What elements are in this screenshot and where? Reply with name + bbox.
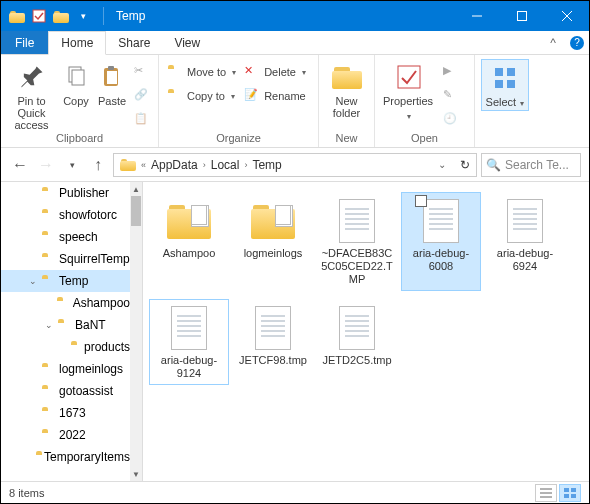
recent-locations-button[interactable]: ▾	[61, 154, 83, 176]
copy-to-button[interactable]: Copy to▾	[165, 85, 238, 107]
chevron-right-icon[interactable]: ›	[200, 160, 209, 170]
copy-button[interactable]: Copy	[60, 59, 92, 107]
open-button[interactable]: ▶	[441, 61, 461, 83]
collapse-ribbon-icon[interactable]: ^	[541, 31, 565, 54]
group-label: New	[319, 132, 374, 147]
tree-item[interactable]: Publisher	[1, 182, 130, 204]
file-icon	[417, 197, 465, 245]
edit-button[interactable]: ✎	[441, 85, 461, 107]
svg-rect-10	[398, 66, 420, 88]
svg-rect-13	[495, 80, 503, 88]
select-button[interactable]: Select ▾	[481, 59, 529, 111]
title-bar: ▾ Temp	[1, 1, 589, 31]
pin-to-quick-access-button[interactable]: Pin to Quick access	[7, 59, 56, 131]
item-label: aria-debug-9124	[152, 354, 226, 380]
copy-path-button[interactable]: 🔗	[132, 85, 152, 107]
address-bar[interactable]: « AppData › Local › Temp ⌄ ↻	[113, 153, 477, 177]
rename-button[interactable]: 📝Rename	[242, 85, 308, 107]
tree-item[interactable]: speech	[1, 226, 130, 248]
search-input[interactable]: 🔍 Search Te...	[481, 153, 581, 177]
qat-dropdown-icon[interactable]: ▾	[75, 8, 91, 24]
item-label: JETD2C5.tmp	[322, 354, 391, 367]
breadcrumb-segment[interactable]: Temp	[250, 158, 283, 172]
file-list[interactable]: Ashampoologmeinlogs~DFACEB83C5C05CED22.T…	[143, 182, 589, 481]
scrollbar[interactable]: ▲ ▼	[130, 182, 142, 481]
forward-button[interactable]: →	[35, 154, 57, 176]
item-label: JETCF98.tmp	[239, 354, 307, 367]
breadcrumb-segment[interactable]: AppData	[149, 158, 200, 172]
folder-item[interactable]: logmeinlogs	[233, 192, 313, 291]
ribbon-tabs: File Home Share View ^ ?	[1, 31, 589, 55]
file-item[interactable]: aria-debug-9124	[149, 299, 229, 385]
file-icon	[501, 197, 549, 245]
folder-icon	[41, 428, 57, 442]
back-button[interactable]: ←	[9, 154, 31, 176]
close-button[interactable]	[544, 1, 589, 31]
status-bar: 8 items	[1, 481, 589, 503]
file-item[interactable]: JETCF98.tmp	[233, 299, 313, 385]
svg-rect-14	[507, 80, 515, 88]
item-label: Ashampoo	[163, 247, 216, 260]
tree-item[interactable]: products	[1, 336, 130, 358]
tree-item[interactable]: TemporaryItems	[1, 446, 130, 468]
tree-item[interactable]: 2022	[1, 424, 130, 446]
minimize-button[interactable]	[454, 1, 499, 31]
folder-icon	[41, 274, 57, 288]
tree-item[interactable]: 1673	[1, 402, 130, 424]
icons-view-button[interactable]	[559, 484, 581, 502]
item-label: aria-debug-6008	[404, 247, 478, 273]
file-item[interactable]: aria-debug-6924	[485, 192, 565, 291]
paste-button[interactable]: Paste	[96, 59, 128, 107]
breadcrumb-segment[interactable]: Local	[209, 158, 242, 172]
share-tab[interactable]: Share	[106, 31, 162, 54]
tree-item[interactable]: gotoassist	[1, 380, 130, 402]
help-icon[interactable]: ?	[565, 31, 589, 54]
cut-button[interactable]: ✂	[132, 61, 152, 83]
svg-rect-8	[107, 71, 117, 84]
new-folder-button[interactable]: New folder	[325, 59, 368, 119]
navigation-pane[interactable]: PublishershowfotorcspeechSquirrelTemp⌄Te…	[1, 182, 143, 481]
tree-item[interactable]: SquirrelTemp	[1, 248, 130, 270]
history-button[interactable]: 🕘	[441, 109, 461, 131]
folder-icon	[249, 197, 297, 245]
file-item[interactable]: aria-debug-6008	[401, 192, 481, 291]
move-to-button[interactable]: Move to▾	[165, 61, 238, 83]
details-view-button[interactable]	[535, 484, 557, 502]
folder-icon	[70, 340, 82, 354]
scroll-thumb[interactable]	[131, 196, 141, 226]
file-item[interactable]: JETD2C5.tmp	[317, 299, 397, 385]
svg-rect-11	[495, 68, 503, 76]
checkbox[interactable]	[415, 195, 427, 207]
folder-icon	[53, 8, 69, 24]
group-label: Organize	[159, 132, 318, 147]
expand-icon[interactable]: ⌄	[43, 320, 55, 330]
maximize-button[interactable]	[499, 1, 544, 31]
home-tab[interactable]: Home	[48, 31, 106, 55]
up-button[interactable]: ↑	[87, 154, 109, 176]
tree-item[interactable]: logmeinlogs	[1, 358, 130, 380]
delete-button[interactable]: ✕Delete▾	[242, 61, 308, 83]
scroll-up-icon[interactable]: ▲	[130, 182, 142, 196]
scroll-down-icon[interactable]: ▼	[130, 467, 142, 481]
qat-properties-icon[interactable]	[31, 8, 47, 24]
folder-icon	[41, 362, 57, 376]
tree-item[interactable]: Ashampoo	[1, 292, 130, 314]
address-dropdown-icon[interactable]: ⌄	[438, 159, 446, 170]
group-label: Clipboard	[1, 132, 158, 147]
view-tab[interactable]: View	[162, 31, 212, 54]
file-item[interactable]: ~DFACEB83C5C05CED22.TMP	[317, 192, 397, 291]
refresh-icon[interactable]: ↻	[460, 158, 470, 172]
tree-item[interactable]: showfotorc	[1, 204, 130, 226]
svg-rect-21	[571, 494, 576, 498]
file-tab[interactable]: File	[1, 31, 48, 54]
expand-icon[interactable]: ⌄	[27, 276, 39, 286]
chevron-right-icon[interactable]: ›	[241, 160, 250, 170]
folder-item[interactable]: Ashampoo	[149, 192, 229, 291]
tree-item[interactable]: ⌄BaNT	[1, 314, 130, 336]
properties-button[interactable]: Properties ▾	[381, 59, 437, 123]
item-count: 8 items	[9, 487, 44, 499]
paste-shortcut-button[interactable]: 📋	[132, 109, 152, 131]
tree-item-label: Temp	[59, 274, 88, 288]
tree-item[interactable]: ⌄Temp	[1, 270, 130, 292]
chevron-right-icon[interactable]: «	[138, 160, 149, 170]
